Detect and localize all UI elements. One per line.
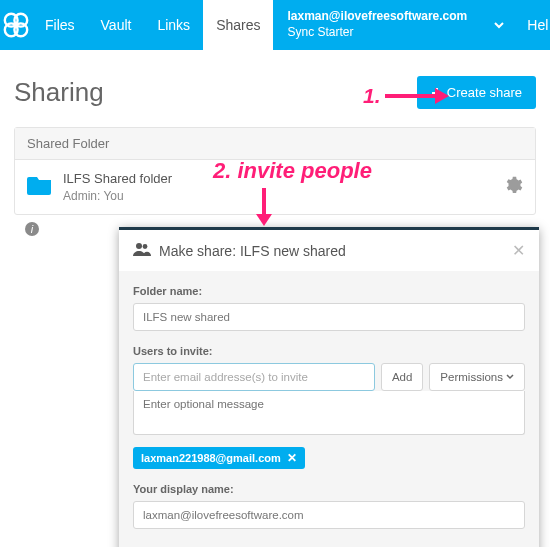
people-icon xyxy=(133,242,151,260)
permissions-label: Permissions xyxy=(440,371,503,383)
folder-name-input[interactable] xyxy=(133,303,525,331)
optional-message-input[interactable] xyxy=(133,391,525,435)
folder-name-label: Folder name: xyxy=(133,285,525,297)
chevron-down-icon xyxy=(493,19,505,31)
modal-header: Make share: ILFS new shared ✕ xyxy=(119,230,539,271)
nav-files[interactable]: Files xyxy=(32,0,88,50)
panel-header: Shared Folder xyxy=(15,128,535,160)
account-email: laxman@ilovefreesoftware.com xyxy=(287,8,467,24)
make-share-modal: Make share: ILFS new shared ✕ Folder nam… xyxy=(119,227,539,547)
nav-vault[interactable]: Vault xyxy=(88,0,145,50)
svg-point-6 xyxy=(136,243,142,249)
modal-body: Folder name: Users to invite: Add Permis… xyxy=(119,271,539,543)
gear-icon[interactable] xyxy=(503,175,523,199)
invited-user-tag: laxman221988@gmail.com ✕ xyxy=(133,447,305,469)
annotation-step-1: 1. xyxy=(363,84,451,108)
account-block: laxman@ilovefreesoftware.com Sync Starte… xyxy=(273,0,481,50)
svg-point-7 xyxy=(143,244,148,249)
page-title: Sharing xyxy=(14,77,104,108)
sync-logo[interactable] xyxy=(0,0,32,50)
modal-footer: Cancel Create Share xyxy=(119,543,539,547)
svg-point-3 xyxy=(14,23,27,36)
close-icon[interactable]: ✕ xyxy=(512,241,525,260)
invited-user-email: laxman221988@gmail.com xyxy=(141,452,281,464)
arrow-icon xyxy=(381,85,451,107)
permissions-button[interactable]: Permissions xyxy=(429,363,525,391)
remove-tag-icon[interactable]: ✕ xyxy=(287,451,297,465)
top-navbar: Files Vault Links Shares laxman@ilovefre… xyxy=(0,0,550,50)
add-button[interactable]: Add xyxy=(381,363,423,391)
users-invite-label: Users to invite: xyxy=(133,345,525,357)
account-menu-toggle[interactable] xyxy=(481,0,517,50)
display-name-label: Your display name: xyxy=(133,483,525,495)
display-name-input[interactable] xyxy=(133,501,525,529)
nav-shares[interactable]: Shares xyxy=(203,0,273,50)
nav-help[interactable]: Hel xyxy=(517,0,550,50)
modal-title: Make share: ILFS new shared xyxy=(159,243,504,259)
annotation-step-2: 2. invite people xyxy=(213,158,372,184)
invite-email-input[interactable] xyxy=(133,363,375,391)
caret-down-icon xyxy=(506,373,514,381)
create-share-label: Create share xyxy=(447,85,522,100)
nav-links[interactable]: Links xyxy=(144,0,203,50)
folder-admin-line: Admin: You xyxy=(63,188,493,204)
folder-icon xyxy=(27,174,53,200)
arrow-down-icon xyxy=(253,186,275,228)
account-plan: Sync Starter xyxy=(287,24,467,40)
